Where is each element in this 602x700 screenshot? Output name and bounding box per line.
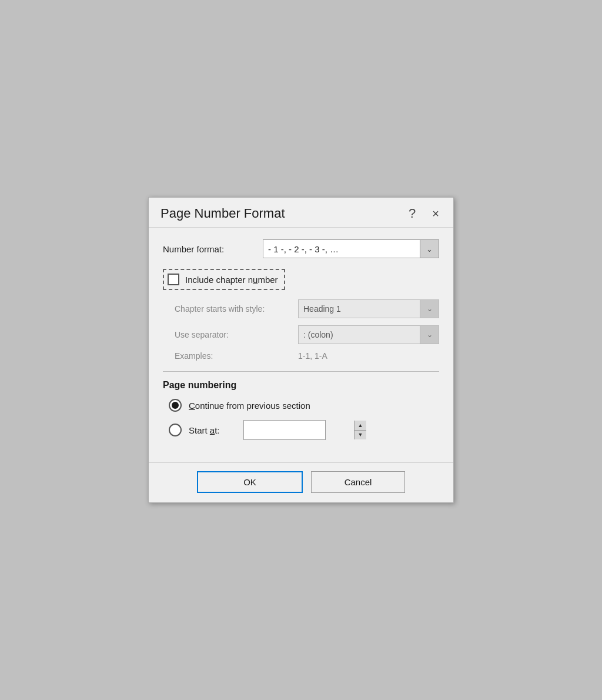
page-numbering-title: Page numbering (163, 380, 439, 391)
chapter-starts-arrow[interactable]: ⌄ (420, 300, 439, 318)
spinner-up-button[interactable]: ▲ (354, 421, 367, 431)
title-bar: Page Number Format ? × (149, 198, 453, 228)
section-divider (163, 371, 439, 372)
continue-radio-row: Continue from previous section (169, 399, 439, 412)
examples-label: Examples: (175, 351, 298, 361)
spinner-down-button[interactable]: ▼ (354, 431, 367, 440)
title-bar-right: ? × (404, 206, 444, 221)
number-format-arrow[interactable]: ⌄ (420, 240, 439, 258)
close-button[interactable]: × (427, 206, 444, 221)
buttons-row: OK Cancel (149, 462, 453, 502)
chapter-starts-value: Heading 1 (299, 302, 420, 316)
continue-radio-inner (172, 402, 179, 409)
chapter-section: Include chapter number Chapter starts wi… (163, 269, 439, 361)
spinner: ▲ ▼ (354, 421, 367, 439)
start-at-label: Start at: (189, 425, 220, 435)
separator-select[interactable]: : (colon) ⌄ (298, 325, 439, 344)
page-numbering-section: Page numbering Continue from previous se… (163, 380, 439, 440)
include-chapter-row: Include chapter number (163, 269, 439, 290)
chapter-starts-select[interactable]: Heading 1 ⌄ (298, 299, 439, 318)
separator-row: Use separator: : (colon) ⌄ (175, 325, 439, 344)
dialog-body: Number format: - 1 -, - 2 -, - 3 -, … ⌄ … (149, 228, 453, 462)
include-chapter-label: Include chapter number (185, 275, 278, 285)
examples-row: Examples: 1-1, 1-A (175, 351, 439, 361)
dialog-page-number-format: Page Number Format ? × Number format: - … (148, 197, 454, 503)
separator-arrow[interactable]: ⌄ (420, 326, 439, 344)
ok-button[interactable]: OK (197, 471, 303, 493)
number-format-label: Number format: (163, 244, 263, 254)
continue-label: Continue from previous section (189, 401, 310, 411)
include-chapter-checkbox[interactable] (168, 274, 179, 285)
start-at-input-wrapper[interactable]: ▲ ▼ (243, 420, 326, 440)
continue-radio[interactable] (169, 399, 182, 412)
start-at-input[interactable] (244, 423, 354, 437)
radio-group: Continue from previous section Start at:… (163, 399, 439, 440)
dialog-title: Page Number Format (160, 206, 285, 221)
cancel-button[interactable]: Cancel (311, 471, 405, 493)
number-format-row: Number format: - 1 -, - 2 -, - 3 -, … ⌄ (163, 239, 439, 258)
chapter-fields: Chapter starts with style: Heading 1 ⌄ U… (163, 299, 439, 361)
chapter-starts-label: Chapter starts with style: (175, 304, 298, 314)
separator-value: : (colon) (299, 328, 420, 342)
examples-value: 1-1, 1-A (298, 351, 327, 361)
chapter-starts-row: Chapter starts with style: Heading 1 ⌄ (175, 299, 439, 318)
title-bar-left: Page Number Format (160, 206, 285, 221)
help-button[interactable]: ? (404, 206, 420, 221)
separator-label: Use separator: (175, 330, 298, 339)
start-at-radio-row: Start at: ▲ ▼ (169, 420, 439, 440)
start-at-radio[interactable] (169, 424, 182, 436)
number-format-value: - 1 -, - 2 -, - 3 -, … (263, 242, 420, 256)
number-format-select[interactable]: - 1 -, - 2 -, - 3 -, … ⌄ (263, 239, 439, 258)
include-chapter-checkbox-wrapper[interactable]: Include chapter number (163, 269, 285, 290)
